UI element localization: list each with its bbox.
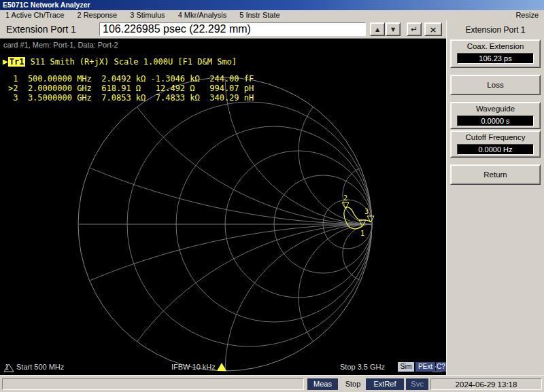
softkey-value: 0.0000 Hz — [457, 144, 534, 155]
svg-text:1: 1 — [360, 230, 364, 237]
menubar: 1 Active Ch/Trace 2 Response 3 Stimulus … — [0, 10, 544, 20]
start-frequency-label: Start 500 MHz — [16, 363, 64, 371]
softkey-loss[interactable]: Loss — [450, 75, 541, 95]
channel-number: 1 — [5, 363, 9, 371]
softkey-value: 0.0000 s — [457, 115, 534, 126]
softkey-waveguide[interactable]: Waveguide 0.0000 s — [450, 102, 541, 129]
softkey-label: Waveguide — [451, 103, 540, 115]
entry-close-button[interactable]: × — [424, 22, 442, 36]
active-trace-arrow-icon: ▶ — [3, 58, 8, 65]
smith-grid — [78, 77, 372, 371]
window-title: E5071C Network Analyzer — [3, 1, 90, 9]
datetime: 2024-06-29 13:18 — [430, 378, 542, 390]
softkey-cutoff-frequency[interactable]: Cutoff Frequency 0.0000 Hz — [450, 130, 541, 158]
menu-active-ch-trace[interactable]: 1 Active Ch/Trace — [0, 10, 69, 20]
trace-info: S11 Smith (R+jX) Scale 1.000U [F1 D&M Sm… — [25, 57, 237, 67]
pext-badge: PExt — [415, 362, 435, 372]
softkey-label: Coax. Extension — [451, 40, 540, 53]
entry-enter-button[interactable]: ↵ — [407, 22, 422, 36]
up-arrow-icon: ▲ — [375, 26, 379, 33]
softkey-label: Cutoff Frequency — [451, 131, 540, 144]
chart-marker-2: 2 — [342, 194, 349, 209]
channel-header: card #1, Mem: Port-1, Data: Port-2 — [3, 41, 118, 49]
menu-instr-state[interactable]: 5 Instr State — [234, 10, 285, 20]
marker-row-3: 3 3.5000000 GHz 7.0853 kΩ 7.4833 kΩ 340.… — [8, 93, 254, 103]
softkey-menu: Extension Port 1 Coax. Extension 106.23 … — [446, 20, 544, 375]
sim-badge: Sim — [398, 362, 414, 372]
meas-indicator: Meas — [307, 378, 338, 390]
enter-icon: ↵ — [411, 24, 418, 34]
entry-label: Extension Port 1 — [6, 20, 76, 38]
trace-status-row: ▶Tr1 S11 Smith (R+jX) Scale 1.000U [F1 D… — [3, 57, 237, 67]
window-titlebar: E5071C Network Analyzer — [0, 0, 544, 10]
correction-badge: C? — [436, 362, 446, 372]
marker-row-1: 1 500.00000 MHz 2.0492 kΩ -1.3046 kΩ 244… — [8, 74, 254, 84]
extref-indicator: ExtRef — [366, 378, 404, 390]
step-up-button[interactable]: ▲ — [370, 22, 385, 36]
display-area: 231 card #1, Mem: Port-1, Data: Port-2 ▶… — [0, 38, 446, 375]
softkey-menu-title: Extension Port 1 — [447, 25, 544, 35]
marker-row-2: >2 2.0000000 GHz 618.91 Ω 12.492 Ω 994.0… — [8, 84, 254, 93]
menu-resize[interactable]: Resize — [515, 10, 539, 20]
close-icon: × — [430, 24, 437, 35]
softkey-coax-extension[interactable]: Coax. Extension 106.23 ps — [450, 39, 541, 68]
menu-response[interactable]: 2 Response — [71, 10, 122, 20]
stop-frequency-label: Stop 3.5 GHz — [340, 363, 385, 371]
softkey-return[interactable]: Return — [450, 164, 541, 185]
svg-text:3: 3 — [364, 208, 369, 215]
sweep-status: Stop — [341, 378, 365, 390]
app-window: E5071C Network Analyzer 1 Active Ch/Trac… — [0, 0, 544, 392]
stimulus-strip: 1 Start 500 MHz IFBW 10 kHz Stop 3.5 GHz… — [0, 361, 446, 374]
svc-indicator: Svc — [406, 378, 428, 390]
trace-name-badge: Tr1 — [8, 57, 26, 67]
softkey-value: 106.23 ps — [457, 53, 534, 64]
menu-stimulus[interactable]: 3 Stimulus — [124, 10, 170, 20]
step-down-button[interactable]: ▼ — [386, 22, 401, 36]
status-bar: Meas Stop ExtRef Svc 2024-06-29 13:18 — [0, 375, 544, 392]
ifbw-label: IFBW 10 kHz — [171, 363, 216, 371]
softkey-label: Loss — [487, 81, 503, 89]
menu-mkr-analysis[interactable]: 4 Mkr/Analysis — [173, 10, 233, 20]
svg-text:2: 2 — [343, 194, 347, 202]
softkey-label: Return — [483, 171, 507, 179]
message-field — [2, 378, 304, 390]
entry-bar: Extension Port 1 ▲ ▼ ↵ × — [0, 20, 446, 38]
down-arrow-icon: ▼ — [391, 26, 395, 33]
entry-value-input[interactable] — [99, 22, 366, 36]
